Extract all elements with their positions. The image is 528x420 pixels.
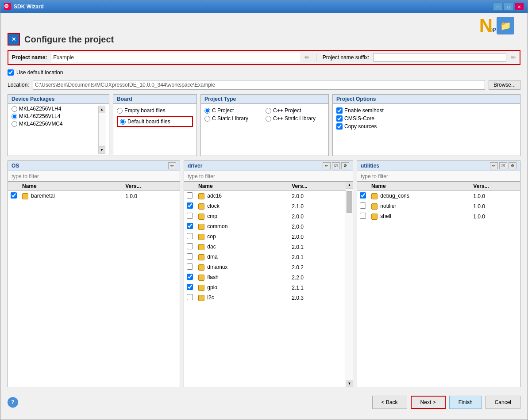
utilities-check-btn[interactable]: ☑ <box>499 162 507 169</box>
driver-item-label: dac <box>207 244 216 250</box>
driver-item-checkbox[interactable] <box>187 253 193 260</box>
driver-scroll-down[interactable]: ▼ <box>346 380 353 387</box>
board-radio-empty[interactable] <box>117 108 123 114</box>
device-packages-content: MKL46Z256VLH4 MKL46Z256VLL4 MKL46Z256VMC… <box>8 104 109 156</box>
driver-filter-input[interactable] <box>184 171 353 182</box>
project-name-input[interactable] <box>51 53 300 62</box>
device-radio-1[interactable] <box>12 106 17 112</box>
driver-config-btn[interactable]: ⚙ <box>341 162 349 169</box>
driver-item-checkbox[interactable] <box>187 202 193 209</box>
util-item-checkbox[interactable] <box>360 213 366 219</box>
default-location-label: Use default location <box>16 69 63 76</box>
util-item-icon <box>371 203 378 210</box>
driver-item-checkbox[interactable] <box>187 243 193 249</box>
checkbox-copy[interactable] <box>336 123 343 130</box>
cancel-button[interactable]: Cancel <box>486 396 520 409</box>
default-location-checkbox[interactable] <box>8 69 14 76</box>
radio-c-static[interactable] <box>204 116 210 122</box>
driver-item-checkbox[interactable] <box>187 274 193 280</box>
os-baremetal-checkbox[interactable] <box>11 192 17 199</box>
driver-item-checkbox[interactable] <box>187 233 193 239</box>
util-row-name: shell <box>369 211 470 221</box>
os-filter-input[interactable] <box>8 171 180 182</box>
driver-item-icon <box>198 224 204 230</box>
driver-item-icon <box>198 264 204 271</box>
os-table-header-row: Name Vers... <box>8 182 180 191</box>
device-radio-3[interactable] <box>12 121 17 127</box>
driver-edit-btn[interactable]: ✏ <box>323 162 331 169</box>
driver-item-icon <box>198 203 204 210</box>
project-name-label: Project name: <box>12 54 47 61</box>
minimize-button[interactable]: ─ <box>493 3 503 11</box>
driver-row-name: cmp <box>196 211 289 221</box>
finish-button[interactable]: Finish <box>449 396 482 409</box>
driver-row-check <box>184 191 196 202</box>
driver-item-checkbox[interactable] <box>187 294 193 300</box>
driver-item-checkbox[interactable] <box>187 213 193 219</box>
table-row: notifier 1.0.0 <box>357 201 520 211</box>
util-row-version: 1.0.0 <box>470 201 520 211</box>
help-button[interactable]: ? <box>8 397 18 408</box>
driver-row-check <box>184 232 196 242</box>
board-radio-default[interactable] <box>120 119 126 125</box>
scroll-up-btn[interactable]: ▲ <box>99 106 105 113</box>
util-item-checkbox[interactable] <box>360 192 366 199</box>
radio-c-project[interactable] <box>204 108 210 114</box>
table-row: i2c 2.0.3 <box>184 293 346 303</box>
utilities-config-btn[interactable]: ⚙ <box>509 162 516 169</box>
device-list-items: MKL46Z256VLH4 MKL46Z256VLL4 MKL46Z256VMC… <box>12 106 98 154</box>
driver-check-btn[interactable]: ☑ <box>332 162 340 169</box>
scroll-down-btn[interactable]: ▼ <box>99 146 105 153</box>
browse-button[interactable]: Browse... <box>489 80 520 90</box>
project-suffix-input[interactable] <box>374 53 506 62</box>
device-item-1: MKL46Z256VLH4 <box>12 106 98 112</box>
driver-scroll-up[interactable]: ▲ <box>346 182 353 189</box>
driver-row-version: 2.0.2 <box>289 262 346 272</box>
device-item-2: MKL46Z256VLL4 <box>12 113 98 119</box>
driver-row-version: 2.2.0 <box>289 272 346 283</box>
os-row-name: baremetal <box>19 191 123 202</box>
project-type-cpp: C++ Project <box>266 107 325 114</box>
board-panel: Board Empty board files Default board fi… <box>113 94 197 156</box>
utilities-filter-input[interactable] <box>357 171 520 182</box>
utilities-panel: utilities ✏ ☑ ⚙ Name Vers... <box>357 160 520 387</box>
driver-item-checkbox[interactable] <box>187 223 193 229</box>
project-options-title: Project Options <box>333 95 520 104</box>
back-button[interactable]: < Back <box>372 396 407 409</box>
driver-col-check <box>184 182 196 191</box>
radio-cpp-static[interactable] <box>266 116 271 122</box>
os-row-version: 1.0.0 <box>123 191 180 202</box>
radio-cpp-project[interactable] <box>266 108 271 114</box>
utilities-edit-btn[interactable]: ✏ <box>490 162 498 169</box>
util-item-icon <box>371 193 378 199</box>
utilities-table: Name Vers... debug_cons 1.0.0 notifier 1… <box>357 182 520 221</box>
device-radio-2[interactable] <box>12 114 17 119</box>
driver-item-checkbox[interactable] <box>187 284 193 290</box>
project-type-clib: C Static Library <box>204 115 264 122</box>
utilities-col-version: Vers... <box>470 182 520 191</box>
driver-panel: driver ✏ ☑ ⚙ Name Vers... <box>184 160 353 387</box>
checkbox-cmsis[interactable] <box>336 115 343 122</box>
driver-row-name: i2c <box>196 293 289 303</box>
utilities-table-wrap: Name Vers... debug_cons 1.0.0 notifier 1… <box>357 182 520 387</box>
next-button[interactable]: Next > <box>411 396 446 409</box>
location-input[interactable] <box>33 80 485 90</box>
label-cmsis: CMSIS-Core <box>344 115 374 122</box>
os-edit-btn[interactable]: ✏ <box>168 162 176 169</box>
maximize-button[interactable]: □ <box>504 3 513 11</box>
os-row-check <box>8 191 19 202</box>
utilities-table-head: Name Vers... <box>357 182 520 191</box>
driver-item-checkbox[interactable] <box>187 263 193 270</box>
util-item-checkbox[interactable] <box>360 202 366 209</box>
driver-row-check <box>184 283 196 293</box>
location-label: Location: <box>8 82 29 88</box>
driver-list-container: Name Vers... adc16 2.0.0 clock 2.1.0 <box>184 182 353 387</box>
driver-item-checkbox[interactable] <box>187 192 193 199</box>
driver-item-label: flash <box>207 274 218 280</box>
close-button[interactable]: ✕ <box>514 3 524 11</box>
checkbox-semihost[interactable] <box>336 107 343 114</box>
util-item-icon <box>371 214 378 220</box>
project-options-content: Enable semihost CMSIS-Core Copy sources <box>333 104 520 135</box>
option-semihost: Enable semihost <box>336 107 516 114</box>
driver-item-label: i2c <box>207 294 214 301</box>
